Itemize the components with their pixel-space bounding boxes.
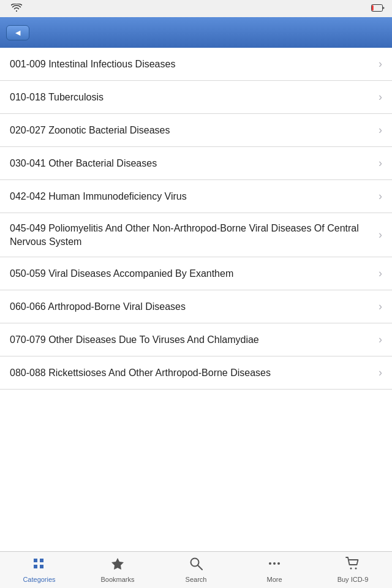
tab-item-categories[interactable]: Categories: [0, 552, 78, 588]
tab-item-buy[interactable]: Buy ICD-9: [314, 552, 392, 588]
tab-item-more[interactable]: More: [235, 552, 314, 588]
tab-item-search[interactable]: Search: [157, 552, 235, 588]
bookmarks-label: Bookmarks: [100, 576, 134, 583]
chevron-icon: ›: [379, 157, 382, 170]
chevron-icon: ›: [379, 333, 382, 346]
chevron-icon: ›: [379, 267, 382, 280]
chevron-icon: ›: [379, 366, 382, 379]
list-item-label: 080-088 Rickettsioses And Other Arthropo…: [10, 366, 374, 380]
bookmarks-icon: [111, 557, 124, 574]
nav-bar: [0, 17, 392, 48]
list-container: 001-009 Intestinal Infectious Diseases ›…: [0, 48, 392, 551]
status-bar: [0, 0, 392, 17]
wifi-icon: [11, 4, 22, 14]
categories-icon: [32, 557, 47, 574]
svg-rect-1: [372, 5, 374, 10]
list-item-label: 060-066 Arthropod-Borne Viral Diseases: [10, 300, 374, 314]
status-right: [369, 4, 385, 13]
list-item[interactable]: 050-059 Viral Diseases Accompanied By Ex…: [0, 257, 392, 290]
buy-label: Buy ICD-9: [337, 576, 369, 583]
list-item[interactable]: 070-079 Other Diseases Due To Viruses An…: [0, 323, 392, 356]
svg-point-6: [273, 562, 276, 565]
list-item-label: 070-079 Other Diseases Due To Viruses An…: [10, 333, 374, 347]
chevron-icon: ›: [379, 228, 382, 241]
categories-label: Categories: [23, 576, 55, 583]
list-item[interactable]: 010-018 Tuberculosis ›: [0, 81, 392, 114]
list-item-label: 050-059 Viral Diseases Accompanied By Ex…: [10, 267, 374, 281]
back-button[interactable]: [6, 25, 29, 40]
more-label: More: [266, 576, 282, 583]
list-item-label: 001-009 Intestinal Infectious Diseases: [10, 58, 374, 71]
search-icon: [189, 557, 203, 574]
svg-point-8: [350, 568, 352, 570]
search-label: Search: [186, 576, 207, 583]
more-icon: [268, 557, 281, 574]
chevron-icon: ›: [379, 91, 382, 104]
chevron-icon: ›: [379, 124, 382, 137]
svg-point-9: [355, 568, 357, 570]
status-left: [7, 4, 22, 14]
list-item-label: 045-049 Poliomyelitis And Other Non-Arth…: [10, 222, 374, 248]
chevron-icon: ›: [379, 190, 382, 203]
svg-line-4: [198, 565, 202, 570]
list-item[interactable]: 030-041 Other Bacterial Diseases ›: [0, 147, 392, 180]
chevron-icon: ›: [379, 58, 382, 70]
list-item[interactable]: 042-042 Human Immunodeficiency Virus ›: [0, 180, 392, 213]
tab-bar: Categories Bookmarks Search More Buy ICD…: [0, 551, 392, 588]
list-item-label: 042-042 Human Immunodeficiency Virus: [10, 190, 374, 203]
list-item-label: 030-041 Other Bacterial Diseases: [10, 157, 374, 170]
buy-icon: [345, 557, 360, 574]
list-item[interactable]: 020-027 Zoonotic Bacterial Diseases ›: [0, 114, 392, 147]
list-item-label: 010-018 Tuberculosis: [10, 91, 374, 104]
list-item[interactable]: 001-009 Intestinal Infectious Diseases ›: [0, 48, 392, 81]
battery-icon: [371, 4, 385, 13]
list-item[interactable]: 060-066 Arthropod-Borne Viral Diseases ›: [0, 290, 392, 323]
chevron-icon: ›: [379, 300, 382, 313]
tab-item-bookmarks[interactable]: Bookmarks: [78, 552, 157, 588]
list-item-label: 020-027 Zoonotic Bacterial Diseases: [10, 124, 374, 137]
list-item[interactable]: 080-088 Rickettsioses And Other Arthropo…: [0, 356, 392, 390]
svg-point-5: [269, 562, 271, 565]
svg-marker-2: [111, 558, 124, 570]
svg-point-7: [277, 562, 280, 565]
list-item[interactable]: 045-049 Poliomyelitis And Other Non-Arth…: [0, 213, 392, 257]
